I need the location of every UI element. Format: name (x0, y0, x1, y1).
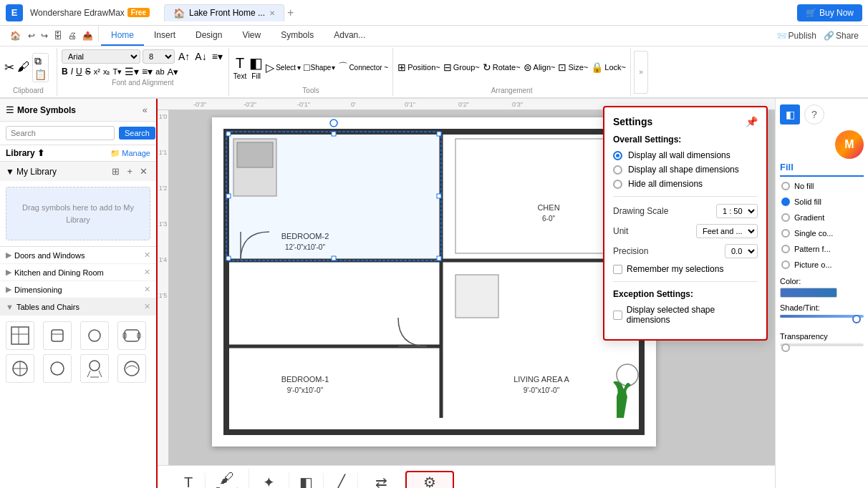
text-style-btn[interactable]: T▾ (112, 67, 122, 77)
unit-select[interactable]: Feet and ... (696, 224, 758, 238)
sidebar-collapse-btn[interactable]: « (140, 103, 150, 117)
font-increase-btn[interactable]: A↑ (177, 49, 191, 64)
precision-select[interactable]: 0.0 (725, 244, 758, 258)
new-btn[interactable]: 🗄 (51, 26, 65, 46)
symbol-item-8[interactable] (117, 354, 146, 383)
category-close-icon4[interactable]: ✕ (144, 302, 150, 311)
single-color-option[interactable]: Single co... (780, 227, 864, 240)
settings-option-hide-all[interactable]: Hide all dimensions (613, 179, 758, 189)
undo-btn[interactable]: ↩ (25, 26, 38, 46)
text-tool-bottom[interactable]: T Text (172, 472, 206, 488)
tab-design[interactable]: Design (185, 26, 232, 46)
font-color-btn[interactable]: A▾ (168, 67, 179, 77)
symbol-item-5[interactable] (6, 354, 34, 383)
scissors-btn[interactable]: 🖌 (17, 60, 29, 74)
font-select[interactable]: Arial (62, 49, 140, 64)
cut-btn[interactable]: ✂ (4, 60, 14, 75)
shade-thumb[interactable] (852, 315, 861, 323)
symbol-item-3[interactable] (80, 321, 109, 350)
my-library-add-btn[interactable]: + (124, 165, 135, 178)
solid-fill-option[interactable]: Solid fill (780, 195, 864, 208)
exception-checkbox-row[interactable]: Display selected shape dimensions (613, 305, 758, 325)
symbol-item-6[interactable] (43, 354, 72, 383)
home-icon-btn[interactable]: 🏠 (6, 26, 25, 46)
select-tool-btn[interactable]: ▷ Select ▾ (266, 61, 301, 74)
category-close-icon2[interactable]: ✕ (144, 268, 150, 277)
picture-option[interactable]: Picture o... (780, 258, 864, 271)
paste-btn[interactable]: 📋 (34, 69, 47, 80)
bold-btn[interactable]: B (62, 67, 68, 77)
remember-checkbox-row[interactable]: Remember my selections (613, 264, 758, 274)
manage-btn[interactable]: 📁 Manage (110, 149, 150, 158)
position-btn[interactable]: ⊞Position~ (397, 62, 440, 73)
transparency-slider[interactable] (780, 343, 864, 352)
my-library-drop-area[interactable]: Drag symbols here to add to My Library (6, 187, 150, 240)
drawing-scale-select[interactable]: 1 : 50 (716, 204, 758, 218)
category-kitchen[interactable]: ▶ Kitchen and Dining Room ✕ (0, 264, 156, 281)
tab-symbols[interactable]: Symbols (271, 26, 324, 46)
tab-view[interactable]: View (232, 26, 271, 46)
fill-active-icon[interactable]: ◧ (780, 104, 800, 125)
remember-checkbox[interactable] (613, 265, 622, 274)
search-button[interactable]: Search (119, 127, 155, 140)
symbol-item-7[interactable] (80, 354, 109, 383)
list2-btn[interactable]: ≡▾ (142, 66, 153, 77)
category-dimensioning[interactable]: ▶ Dimensioning ✕ (0, 281, 156, 298)
print-btn[interactable]: 🖨 (65, 26, 79, 46)
italic-btn[interactable]: I (71, 67, 73, 77)
strikethrough-btn[interactable]: S (85, 67, 91, 77)
category-close-icon3[interactable]: ✕ (144, 285, 150, 294)
styles-tool[interactable]: ✦ Styles (249, 472, 289, 488)
buy-now-button[interactable]: 🛒 Buy Now (797, 4, 862, 21)
group-btn[interactable]: ⊟Group~ (443, 62, 480, 73)
category-tables[interactable]: ▼ Tables and Chairs ✕ (0, 298, 156, 316)
tab-advanced[interactable]: Advan... (324, 26, 375, 46)
replace-tool[interactable]: ⇄ Replace (358, 472, 405, 488)
tab-close-icon[interactable]: ✕ (269, 9, 275, 17)
tab-lake-front[interactable]: 🏠 Lake Front Home ... ✕ (164, 4, 284, 21)
copy-btn[interactable]: ⧉ (34, 55, 47, 67)
share-btn[interactable]: 🔗 Share (820, 26, 862, 46)
redo-btn[interactable]: ↪ (38, 26, 51, 46)
transparency-thumb[interactable] (781, 343, 790, 352)
fill-tool-btn[interactable]: ◧ Fill (249, 54, 263, 80)
shape-tool-btn[interactable]: □ Shape ▾ (304, 62, 335, 73)
my-library-expand-btn[interactable]: ⊞ (109, 165, 122, 178)
exception-checkbox[interactable] (613, 311, 622, 320)
line-tool[interactable]: ╱ Line (324, 472, 358, 488)
fill-tool-bottom[interactable]: ◧ Fill (289, 472, 324, 488)
ab-btn[interactable]: ab (155, 67, 164, 76)
superscript-btn[interactable]: x² (94, 67, 100, 76)
connector-tool-btn[interactable]: ⌒ Connector ~ (338, 61, 388, 74)
search-input[interactable] (6, 126, 115, 140)
my-library-close-btn[interactable]: ✕ (137, 165, 150, 178)
symbol-item-4[interactable] (117, 321, 146, 350)
size-btn[interactable]: ⊡Size~ (558, 62, 588, 73)
symbol-item-2[interactable] (43, 321, 72, 350)
font-decrease-btn[interactable]: A↓ (193, 49, 208, 64)
align-tool-btn[interactable]: ⊜Align~ (524, 62, 556, 73)
lock-btn[interactable]: 🔒Lock~ (591, 62, 626, 73)
subscript-btn[interactable]: x₂ (103, 67, 110, 77)
category-doors[interactable]: ▶ Doors and Windows ✕ (0, 247, 156, 264)
pattern-option[interactable]: Pattern f... (780, 243, 864, 255)
color-swatch[interactable] (780, 288, 837, 298)
list-btn[interactable]: ☰▾ (125, 66, 139, 77)
font-size-select[interactable]: 8 (143, 49, 175, 64)
align-btn[interactable]: ≡▾ (211, 49, 224, 64)
format-painter-tool[interactable]: 🖌 Format Painter (206, 468, 249, 489)
help-button[interactable]: ? (804, 104, 824, 125)
settings-option-all-shapes[interactable]: Display all shape dimensions (613, 165, 758, 175)
tab-insert[interactable]: Insert (144, 26, 185, 46)
export-btn[interactable]: 📤 (79, 26, 96, 46)
add-tab-button[interactable]: + (287, 6, 294, 19)
rotate-btn[interactable]: ↻Rotate~ (483, 62, 521, 73)
floor-plan[interactable]: BEDROOM-2 12'-0"x10'-0" BEDROOM-1 9'-0"x… (212, 117, 656, 446)
text-tool-btn[interactable]: T Text (233, 55, 246, 80)
no-fill-option[interactable]: No fill (780, 180, 864, 192)
settings-option-all-walls[interactable]: Display all wall dimensions (613, 150, 758, 160)
symbol-item-1[interactable] (6, 321, 34, 350)
publish-btn[interactable]: 📨 Publish (773, 26, 820, 46)
ribbon-expand-btn[interactable]: » (634, 51, 648, 94)
underline-btn[interactable]: U (76, 67, 82, 77)
